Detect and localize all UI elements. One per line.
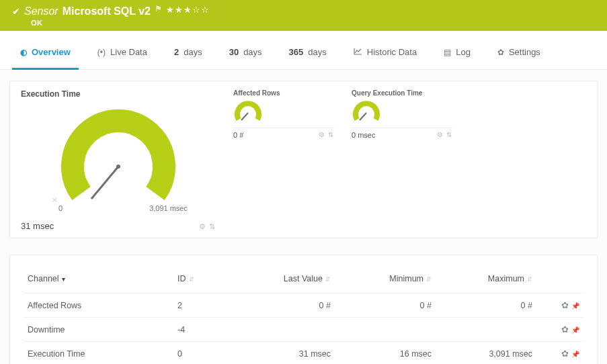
- channel-table: Channel▾ ID⇵ Last Value⇵ Minimum⇵ Maximu…: [24, 267, 583, 364]
- tab-2-days[interactable]: 2 days: [161, 47, 216, 69]
- gauge-current-value: 31 msec: [21, 221, 54, 231]
- svg-point-2: [116, 165, 120, 169]
- tab-365-days[interactable]: 365 days: [276, 47, 340, 69]
- signal-icon: (•): [97, 48, 106, 57]
- mini-gauge-title: Affected Rows: [233, 89, 334, 97]
- mini-gauge-chart: [233, 98, 263, 125]
- cell-max: 3,091 msec: [436, 342, 536, 365]
- chart-icon: [354, 48, 362, 57]
- mini-gauge-actions[interactable]: ⚙ ⇅: [437, 131, 452, 139]
- pin-icon: 📌: [571, 326, 579, 334]
- cell-last: [234, 318, 335, 342]
- status-check-icon: ✔: [12, 6, 20, 17]
- pin-icon: ⤬: [52, 196, 57, 203]
- col-id[interactable]: ID⇵: [173, 267, 234, 293]
- gauge-affected-rows: Affected Rows 0 # ⚙ ⇅: [233, 89, 334, 231]
- gear-icon: ✿: [561, 325, 569, 334]
- col-minimum[interactable]: Minimum⇵: [335, 267, 436, 293]
- tab-num: 30: [229, 47, 239, 57]
- mini-gauge-value: 0 msec: [352, 131, 375, 139]
- sensor-type-label: Sensor: [24, 5, 58, 17]
- cell-channel: Execution Time: [24, 342, 173, 365]
- priority-flag-icon[interactable]: ⚑: [155, 4, 162, 13]
- cell-channel: Downtime: [24, 318, 173, 342]
- tab-settings[interactable]: ✿ Settings: [484, 47, 554, 69]
- mini-gauge-chart: [352, 98, 381, 125]
- gauge-min-label: 0: [58, 204, 63, 212]
- cell-id: 0: [173, 342, 234, 365]
- log-icon: ▤: [444, 48, 451, 57]
- gear-icon: ✿: [561, 349, 569, 359]
- gauge-icon: ◐: [20, 48, 27, 57]
- sort-desc-icon: ▾: [62, 275, 65, 283]
- tab-label: Log: [456, 47, 471, 57]
- sort-icon: ⇵: [189, 276, 194, 283]
- gear-icon: ✿: [561, 301, 569, 310]
- sensor-name: Microsoft SQL v2: [63, 5, 151, 17]
- tab-unit: days: [243, 47, 261, 57]
- table-row: Downtime-4✿📌: [24, 318, 583, 342]
- gauge-query-execution-time: Query Execution Time 0 msec ⚙ ⇅: [352, 89, 452, 231]
- cell-max: 0 #: [436, 293, 536, 318]
- cell-last: 0 #: [234, 293, 335, 318]
- tab-log[interactable]: ▤ Log: [430, 47, 484, 69]
- col-channel[interactable]: Channel▾: [24, 267, 173, 293]
- gauge-chart: [54, 103, 182, 207]
- cell-id: -4: [173, 318, 234, 342]
- gauge-execution-time: Execution Time 0 3,091 msec ⤬ 31: [21, 89, 216, 231]
- cell-id: 2: [173, 293, 234, 318]
- sort-icon: ⇵: [426, 276, 432, 283]
- rating-stars[interactable]: ★★★☆☆: [166, 5, 210, 15]
- row-actions[interactable]: ✿📌: [536, 342, 583, 365]
- cell-min: 16 msec: [335, 342, 436, 365]
- tab-label: Historic Data: [367, 47, 417, 57]
- gear-icon: ✿: [497, 48, 504, 57]
- row-actions[interactable]: ✿📌: [536, 293, 583, 318]
- gauge-max-label: 3,091 msec: [149, 204, 188, 212]
- channel-table-panel: Channel▾ ID⇵ Last Value⇵ Minimum⇵ Maximu…: [9, 255, 598, 364]
- tab-live-data[interactable]: (•) Live Data: [84, 47, 161, 69]
- tab-unit: days: [308, 47, 326, 57]
- cell-channel: Affected Rows: [24, 293, 173, 318]
- cell-max: [436, 318, 536, 342]
- tab-num: 2: [174, 47, 179, 57]
- tab-num: 365: [289, 47, 304, 57]
- tab-label: Settings: [509, 47, 540, 57]
- cell-min: 0 #: [335, 293, 436, 318]
- sort-icon: ⇵: [325, 276, 331, 283]
- row-actions[interactable]: ✿📌: [536, 318, 583, 342]
- mini-gauge-value: 0 #: [233, 131, 243, 139]
- tab-label: Live Data: [110, 47, 147, 57]
- col-maximum[interactable]: Maximum⇵: [436, 267, 536, 293]
- sensor-status: OK: [31, 19, 595, 27]
- gauge-title: Execution Time: [21, 89, 216, 99]
- tab-unit: days: [184, 47, 202, 57]
- gauge-panel: Execution Time 0 3,091 msec ⤬ 31: [9, 81, 598, 238]
- table-row: Affected Rows20 #0 #0 #✿📌: [24, 293, 583, 318]
- pin-icon: 📌: [571, 351, 579, 358]
- col-last-value[interactable]: Last Value⇵: [234, 267, 335, 293]
- cell-last: 31 msec: [234, 342, 335, 365]
- pin-icon: 📌: [571, 302, 579, 310]
- gauge-actions[interactable]: ⚙ ⇅: [199, 222, 216, 231]
- tab-historic-data[interactable]: Historic Data: [340, 47, 430, 69]
- sort-icon: ⇵: [527, 276, 532, 283]
- tab-overview[interactable]: ◐ Overview: [7, 47, 84, 69]
- table-row: Execution Time031 msec16 msec3,091 msec✿…: [24, 342, 583, 365]
- cell-min: [335, 318, 436, 342]
- mini-gauge-actions[interactable]: ⚙ ⇅: [319, 131, 334, 139]
- tab-label: Overview: [32, 47, 71, 57]
- mini-gauge-title: Query Execution Time: [352, 89, 452, 97]
- tab-bar: ◐ Overview (•) Live Data 2 days 30 days …: [0, 31, 607, 70]
- sensor-header: ✔ Sensor Microsoft SQL v2 ⚑ ★★★☆☆ OK: [0, 0, 607, 31]
- tab-30-days[interactable]: 30 days: [216, 47, 276, 69]
